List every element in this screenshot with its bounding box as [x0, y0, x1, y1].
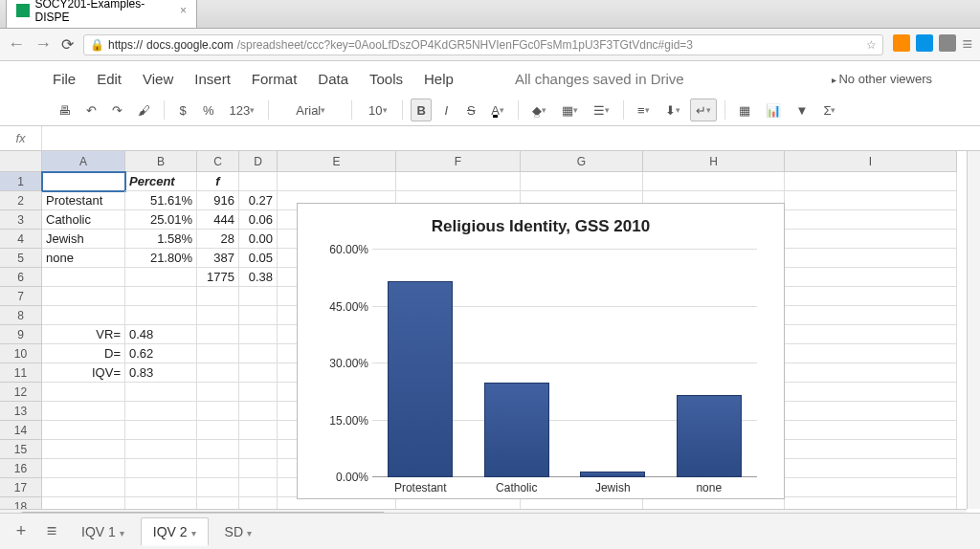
format-currency-button[interactable]: $	[172, 99, 193, 121]
cell[interactable]	[785, 268, 957, 287]
row-header[interactable]: 6	[0, 268, 42, 287]
add-sheet-button[interactable]: +	[8, 518, 34, 545]
cell[interactable]: 1775	[197, 268, 239, 287]
cell[interactable]	[643, 172, 785, 191]
row-header[interactable]: 3	[0, 210, 42, 230]
cell[interactable]	[42, 478, 125, 497]
bold-button[interactable]: B	[411, 99, 432, 121]
cell[interactable]	[785, 172, 957, 191]
extension-icon[interactable]	[893, 34, 910, 52]
col-header[interactable]: F	[396, 151, 521, 172]
menu-data[interactable]: Data	[318, 71, 348, 87]
cell[interactable]: D=	[42, 344, 125, 363]
cell[interactable]	[125, 268, 197, 287]
cell[interactable]	[197, 344, 239, 363]
row-header[interactable]: 12	[0, 383, 42, 402]
col-header[interactable]: G	[521, 151, 643, 172]
row-header[interactable]: 13	[0, 402, 42, 421]
cell[interactable]	[197, 325, 239, 344]
cell[interactable]	[42, 402, 125, 421]
row-header[interactable]: 7	[0, 287, 42, 306]
extension-icon[interactable]	[939, 34, 956, 52]
cell[interactable]	[239, 172, 278, 191]
row-header[interactable]: 9	[0, 325, 42, 344]
menu-format[interactable]: Format	[252, 71, 298, 87]
cell[interactable]: Percent	[125, 172, 197, 191]
cell[interactable]	[785, 402, 957, 421]
cell[interactable]	[197, 383, 239, 402]
cell[interactable]	[785, 306, 957, 325]
cell[interactable]	[785, 383, 957, 402]
menu-insert[interactable]: Insert	[194, 71, 231, 87]
cell[interactable]	[197, 478, 239, 497]
sheet-tab-active[interactable]: IQV 2▾	[141, 517, 209, 546]
row-header[interactable]: 16	[0, 459, 42, 478]
row-header[interactable]: 1	[0, 172, 42, 191]
paint-format-button[interactable]: 🖌	[132, 99, 156, 121]
cell[interactable]	[239, 306, 278, 325]
cell[interactable]: 21.80%	[125, 249, 197, 268]
cell[interactable]: 0.27	[239, 191, 278, 210]
cell[interactable]	[239, 287, 278, 306]
cell[interactable]	[125, 306, 197, 325]
cell[interactable]: Protestant	[42, 191, 125, 210]
col-header[interactable]: H	[643, 151, 785, 172]
insert-chart2-button[interactable]: 📊	[760, 99, 787, 121]
insert-chart-button[interactable]: ▦	[733, 99, 756, 121]
cell[interactable]	[239, 325, 278, 344]
undo-button[interactable]: ↶	[80, 99, 102, 121]
cell[interactable]: 1.58%	[125, 230, 197, 249]
cell[interactable]	[125, 478, 197, 497]
cell[interactable]: 0.48	[125, 325, 197, 344]
sheet-tab[interactable]: SD▾	[212, 517, 264, 546]
format-percent-button[interactable]: %	[197, 99, 220, 121]
cell[interactable]: 0.06	[239, 210, 278, 230]
cell[interactable]	[785, 459, 957, 478]
borders-button[interactable]: ▦	[556, 99, 584, 121]
col-header[interactable]: A	[42, 151, 125, 172]
cell[interactable]	[197, 363, 239, 383]
cell[interactable]: VR=	[42, 325, 125, 344]
strikethrough-button[interactable]: S	[460, 99, 481, 121]
cell[interactable]	[785, 287, 957, 306]
cell[interactable]	[42, 421, 125, 440]
cell[interactable]	[197, 421, 239, 440]
cell[interactable]	[278, 172, 396, 191]
redo-button[interactable]: ↷	[106, 99, 128, 121]
menu-edit[interactable]: Edit	[97, 71, 122, 87]
cell[interactable]: 387	[197, 249, 239, 268]
menu-file[interactable]: File	[53, 71, 76, 87]
cell[interactable]: 0.38	[239, 268, 278, 287]
address-bar[interactable]: 🔒 https://docs.google.com/spreadsheet/cc…	[83, 34, 883, 55]
cell[interactable]	[125, 459, 197, 478]
functions-button[interactable]: Σ	[817, 99, 841, 121]
cell[interactable]	[785, 210, 957, 230]
close-tab-icon[interactable]: ×	[180, 4, 187, 17]
font-family-select[interactable]: Arial	[277, 99, 344, 121]
cell[interactable]	[42, 172, 125, 191]
menu-tools[interactable]: Tools	[369, 71, 403, 87]
cell[interactable]	[42, 459, 125, 478]
col-header[interactable]: E	[278, 151, 396, 172]
all-sheets-button[interactable]: ≡	[38, 518, 65, 545]
cell[interactable]	[125, 383, 197, 402]
merge-cells-button[interactable]: ☰	[588, 99, 615, 121]
cell[interactable]: Catholic	[42, 210, 125, 230]
col-header[interactable]: C	[197, 151, 239, 172]
cell[interactable]	[396, 172, 521, 191]
browser-tab[interactable]: SOCY201-Examples-DISPE ×	[6, 0, 197, 28]
cell[interactable]: 0.83	[125, 363, 197, 383]
vertical-scrollbar[interactable]	[967, 151, 980, 509]
col-header[interactable]: I	[785, 151, 957, 172]
back-button[interactable]: ←	[8, 34, 25, 55]
vertical-align-button[interactable]: ⬇	[659, 99, 686, 121]
cell[interactable]: 28	[197, 230, 239, 249]
cell[interactable]	[197, 459, 239, 478]
bookmark-star-icon[interactable]: ☆	[866, 38, 877, 52]
cell[interactable]	[785, 421, 957, 440]
cell[interactable]	[197, 306, 239, 325]
cell[interactable]: none	[42, 249, 125, 268]
row-header[interactable]: 5	[0, 249, 42, 268]
col-header[interactable]: D	[239, 151, 278, 172]
cell[interactable]	[785, 249, 957, 268]
